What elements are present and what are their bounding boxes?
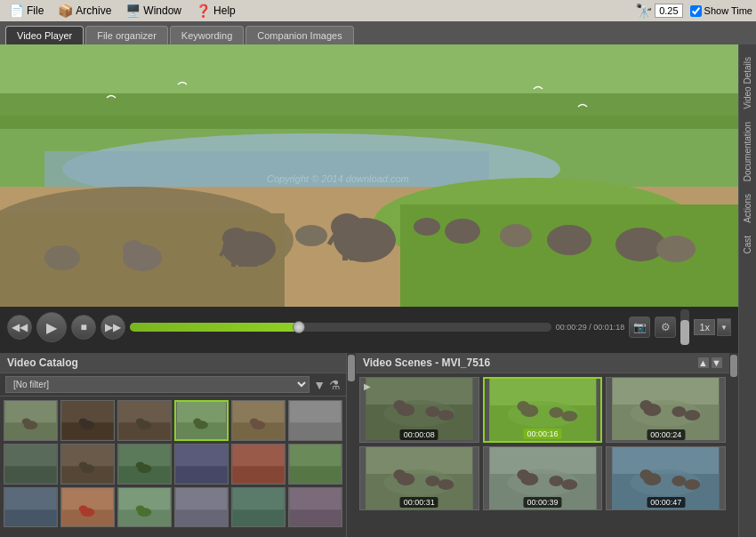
svg-point-64 (136, 461, 145, 469)
menu-file[interactable]: 📄 File (4, 2, 49, 20)
catalog-thumb-16[interactable] (174, 487, 229, 528)
svg-point-28 (656, 236, 696, 262)
sidebar-video-details[interactable]: Video Details (741, 53, 754, 113)
catalog-thumb-6[interactable] (288, 400, 342, 441)
catalog-scroll[interactable] (347, 353, 356, 537)
speed-down-button[interactable]: ▼ (717, 318, 731, 336)
catalog-thumb-13[interactable] (4, 487, 58, 528)
catalog-thumb-10[interactable] (174, 444, 229, 485)
svg-point-127 (640, 469, 653, 480)
scene-thumb-1[interactable]: 00:00:08 ▶ (359, 377, 479, 443)
show-time-checkbox[interactable] (690, 5, 702, 17)
transport-row: ◀◀ ▶ ■ ▶▶ 00:00:29 / 00:01:18 📷 ⚙ (7, 310, 731, 344)
svg-rect-86 (289, 509, 341, 526)
svg-point-36 (22, 418, 31, 425)
fast-forward-button[interactable]: ▶▶ (101, 315, 125, 340)
svg-rect-68 (232, 466, 284, 483)
menu-right: 🔭 0.25 Show Time (635, 3, 752, 20)
catalog-filter: [No filter] ▼ ⚗ (0, 373, 346, 397)
svg-point-29 (44, 245, 80, 270)
scene-thumb-6[interactable]: 00:00:47 (606, 446, 726, 510)
filter-icon[interactable]: ▼ (313, 378, 326, 392)
scenes-title: Video Scenes - MVI_7516 (363, 357, 490, 369)
sidebar-actions[interactable]: Actions (741, 190, 754, 227)
sidebar-documentation[interactable]: Documentation (741, 118, 754, 185)
catalog-thumb-12[interactable] (288, 444, 342, 485)
svg-point-31 (295, 225, 327, 246)
play-button[interactable]: ▶ (36, 312, 67, 342)
svg-rect-21 (253, 247, 257, 267)
svg-point-115 (438, 479, 454, 490)
camera-button[interactable]: 📷 (629, 317, 650, 338)
stop-button[interactable]: ■ (71, 315, 96, 340)
catalog-thumb-2[interactable] (60, 400, 115, 441)
tab-keywording[interactable]: Keywording (170, 26, 244, 44)
scene-thumb-3[interactable]: 00:00:24 (606, 377, 726, 443)
svg-point-40 (79, 418, 88, 425)
show-time-label: Show Time (704, 5, 752, 16)
tab-video-player[interactable]: Video Player (5, 26, 84, 44)
scenes-header: Video Scenes - MVI_7516 ▲ ▼ (356, 353, 729, 373)
menu-archive[interactable]: 📦 Archive (52, 2, 117, 20)
progress-fill (130, 323, 299, 332)
show-time-checkbox-label[interactable]: Show Time (690, 5, 752, 17)
help-icon: ❓ (196, 4, 211, 18)
current-time: 00:00:29 (556, 323, 587, 332)
menu-bar: 📄 File 📦 Archive 🖥️ Window ❓ Help 🔭 0.25… (0, 0, 756, 21)
svg-rect-20 (245, 247, 250, 267)
catalog-thumb-18[interactable] (288, 487, 342, 528)
window-label: Window (143, 4, 181, 17)
svg-rect-19 (238, 247, 243, 267)
svg-point-122 (561, 479, 577, 490)
archive-icon: 📦 (58, 4, 73, 18)
catalog-thumb-1[interactable] (4, 400, 58, 441)
catalog-thumb-4[interactable] (174, 400, 229, 441)
menu-window[interactable]: 🖥️ Window (120, 2, 187, 20)
catalog-thumb-17[interactable] (231, 487, 286, 528)
volume-fill (680, 320, 689, 345)
svg-rect-70 (289, 466, 341, 483)
svg-point-24 (445, 219, 480, 244)
catalog-thumb-7[interactable] (4, 444, 58, 485)
scene-thumb-4[interactable]: 00:00:31 (359, 446, 479, 510)
svg-point-128 (672, 476, 687, 486)
svg-point-106 (640, 400, 653, 411)
rewind-button[interactable]: ◀◀ (7, 315, 32, 340)
scene-time-1: 00:00:08 (400, 429, 438, 440)
svg-point-91 (393, 400, 406, 411)
main-content: Copyright © 2014 download.com ◀◀ ▶ ■ ▶▶ … (0, 44, 756, 537)
svg-point-48 (193, 419, 201, 425)
tab-file-organizer[interactable]: File organizer (85, 26, 168, 44)
svg-point-25 (500, 224, 532, 247)
volume-slider[interactable] (680, 309, 689, 345)
progress-track[interactable] (130, 323, 551, 332)
catalog-thumb-8[interactable] (60, 444, 115, 485)
settings-button[interactable]: ⚙ (655, 317, 676, 338)
catalog-grid (0, 397, 346, 537)
sidebar-cast[interactable]: Cast (741, 232, 754, 258)
scene-thumb-2[interactable]: 00:00:16 (483, 377, 603, 443)
scene-time-2: 00:00:16 (523, 429, 561, 439)
filter-select[interactable]: [No filter] (5, 376, 310, 393)
catalog-thumb-11[interactable] (231, 444, 286, 485)
catalog-thumb-15[interactable] (117, 487, 172, 528)
scenes-controls: ▲ ▼ (698, 357, 722, 368)
video-player-area[interactable]: Copyright © 2014 download.com (0, 44, 738, 307)
scene-thumb-5[interactable]: 00:00:39 (483, 446, 603, 510)
catalog-thumb-9[interactable] (117, 444, 172, 485)
scene-time-4: 00:00:31 (400, 497, 438, 508)
tab-companion-images[interactable]: Companion Images (245, 26, 353, 44)
filter-funnel-icon[interactable]: ⚗ (329, 378, 341, 392)
progress-thumb[interactable] (293, 321, 305, 333)
menu-help[interactable]: ❓ Help (190, 2, 241, 20)
scene-time-3: 00:00:24 (647, 429, 685, 440)
scenes-up-button[interactable]: ▲ (698, 357, 709, 368)
archive-label: Archive (76, 4, 111, 17)
svg-text:Copyright © 2014 download.com: Copyright © 2014 download.com (267, 173, 409, 184)
scenes-scroll[interactable] (729, 353, 738, 537)
catalog-thumb-14[interactable] (60, 487, 115, 528)
scenes-grid: 00:00:08 ▶ 00:00:16 (356, 373, 729, 537)
catalog-thumb-5[interactable] (231, 400, 286, 441)
scenes-down-button[interactable]: ▼ (712, 357, 722, 368)
catalog-thumb-3[interactable] (117, 400, 172, 441)
